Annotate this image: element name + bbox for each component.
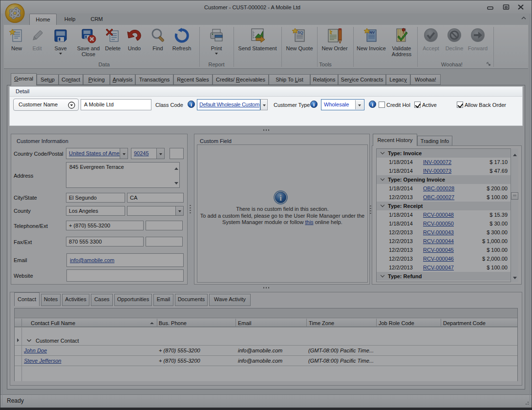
svg-text:SQ: SQ bbox=[298, 30, 303, 35]
svg-text:i: i bbox=[279, 194, 282, 202]
svg-text:NV: NV bbox=[369, 30, 375, 35]
